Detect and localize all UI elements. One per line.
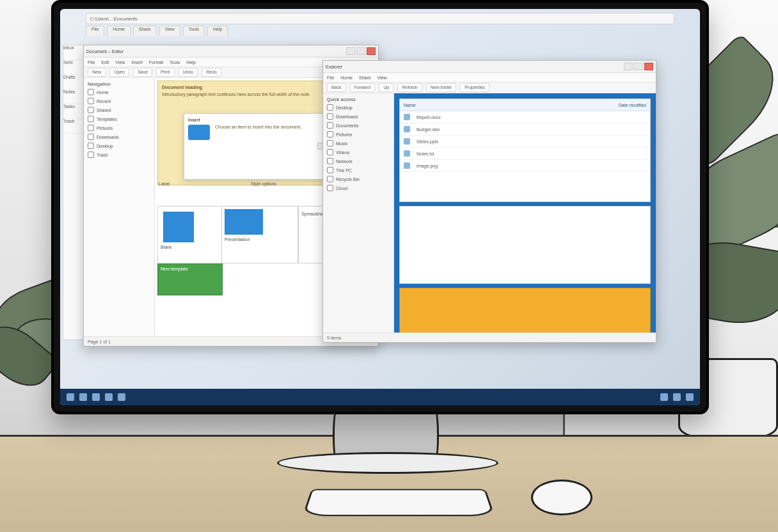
label: Style options (251, 182, 276, 186)
menu-item[interactable]: Share (359, 75, 371, 80)
explorer-icon[interactable] (92, 393, 100, 401)
tab[interactable]: Home (107, 26, 131, 36)
sidebar-item[interactable]: Recent (84, 97, 154, 106)
menu-item[interactable]: Format (149, 60, 163, 65)
column-header[interactable]: Name (404, 103, 416, 107)
menu-item[interactable]: Home (340, 75, 353, 80)
toolbar-button[interactable]: Undo (179, 68, 198, 77)
toolbar-button[interactable]: Save (133, 68, 152, 77)
file-row[interactable]: Notes.txt (400, 148, 650, 160)
sidebar-item[interactable]: Desktop (323, 103, 393, 112)
sidebar-item[interactable]: Pictures (323, 130, 393, 139)
folder-icon (327, 140, 333, 146)
sidebar-item[interactable]: Downloads (323, 112, 393, 121)
tab[interactable]: View (159, 26, 180, 36)
network-icon[interactable] (660, 393, 668, 401)
column-header[interactable]: Date modified (619, 103, 646, 107)
sidebar-heading: Navigation (84, 81, 154, 88)
file-name: Slides.pptx (417, 139, 438, 144)
sidebar-item[interactable]: Recycle Bin (323, 175, 393, 184)
file-row[interactable]: Budget.xlsx (400, 123, 650, 136)
menu-item[interactable]: View (115, 60, 125, 65)
search-icon[interactable] (79, 393, 87, 401)
menu-item[interactable]: File (327, 75, 334, 80)
menu-item[interactable]: Tools (170, 60, 180, 65)
toolbar-button[interactable]: Refresh (397, 83, 422, 92)
menu-item[interactable]: View (377, 75, 387, 80)
toolbar-button[interactable]: Redo (202, 68, 221, 77)
file-row[interactable]: Image.png (400, 160, 650, 172)
sidebar-item[interactable]: Desktop (84, 141, 154, 150)
toolbar-button[interactable]: Print (156, 68, 174, 77)
menu-item[interactable]: Edit (101, 60, 109, 65)
minimize-button[interactable] (346, 47, 355, 55)
toolbar-button[interactable]: Open (109, 68, 129, 77)
sidebar-item[interactable]: Documents (323, 121, 393, 130)
toolbar-button[interactable]: New (88, 68, 106, 77)
mail-icon[interactable] (105, 393, 113, 401)
dialog-primary-button[interactable] (188, 125, 210, 140)
sidebar-item[interactable]: Home (84, 88, 154, 97)
tab[interactable]: Help (207, 26, 228, 36)
sidebar-item-label: Downloads (97, 135, 119, 139)
sidebar-item[interactable]: Network (323, 157, 393, 166)
volume-icon[interactable] (673, 393, 681, 401)
template-tile[interactable]: Presentation (221, 206, 298, 263)
sidebar-item[interactable]: This PC (323, 166, 393, 175)
folder-icon (327, 158, 333, 164)
clock-icon[interactable] (686, 393, 694, 401)
thumbnail-icon (163, 212, 194, 242)
toolbar-button[interactable]: Forward (350, 83, 376, 92)
toolbar-button[interactable]: Up (379, 83, 393, 92)
tab[interactable]: Share (133, 26, 157, 36)
sidebar-item-label: Recent (97, 99, 111, 104)
file-row[interactable]: Slides.pptx (400, 136, 650, 148)
maximize-button[interactable] (356, 47, 365, 55)
sidebar-item[interactable]: Pictures (84, 123, 154, 132)
taskbar (60, 389, 700, 405)
sidebar-item-label: Recycle Bin (336, 177, 360, 182)
column-headers[interactable]: Name Date modified (400, 99, 650, 111)
folder-icon (327, 113, 333, 120)
browser-icon[interactable] (118, 393, 125, 401)
tab[interactable]: File (86, 26, 104, 36)
sidebar-item-label: Desktop (336, 106, 353, 110)
toolbar-button[interactable]: Properties (460, 83, 489, 92)
file-icon (404, 126, 410, 132)
start-icon[interactable] (67, 393, 74, 401)
file-icon (404, 114, 410, 120)
file-icon (404, 162, 410, 169)
titlebar[interactable]: Document – Editor (84, 45, 378, 58)
minimize-button[interactable] (624, 63, 633, 70)
menu-item[interactable]: Help (186, 60, 195, 65)
sidebar-item[interactable]: Music (323, 139, 393, 148)
maximize-button[interactable] (634, 63, 643, 70)
menubar: File Home Share View (323, 73, 656, 82)
address-bar[interactable]: C:\Users\…\Documents (86, 13, 674, 24)
sidebar-item[interactable]: Cloud (323, 184, 393, 192)
sidebar-item[interactable]: Trash (84, 150, 154, 159)
menu-item[interactable]: File (88, 60, 95, 65)
tile-caption: Presentation (225, 237, 295, 242)
monitor: C:\Users\…\Documents File Home Share Vie… (51, 0, 709, 414)
toolbar-button[interactable]: New folder (426, 83, 456, 92)
window-title: Explorer (326, 65, 621, 69)
sidebar-item[interactable]: Shared (84, 106, 154, 114)
close-button[interactable] (644, 63, 653, 70)
menu-item[interactable]: Insert (131, 60, 143, 65)
dialog-title: Insert (188, 118, 335, 122)
titlebar[interactable]: Explorer (323, 61, 656, 73)
tab[interactable]: Tools (183, 26, 205, 36)
sidebar-item[interactable]: Videos (323, 148, 393, 157)
toolbar-button[interactable]: Back (327, 83, 346, 92)
toolbar: Back Forward Up Refresh New folder Prope… (323, 82, 656, 93)
sidebar-item-label: Home (97, 90, 109, 95)
sidebar-item[interactable]: Templates (84, 114, 154, 123)
sidebar-item[interactable]: Downloads (84, 132, 154, 141)
folder-icon (327, 167, 333, 173)
close-button[interactable] (367, 47, 376, 55)
tile-caption: Blank (161, 245, 219, 249)
file-row[interactable]: Report.docx (400, 111, 650, 123)
sidebar-heading: Quick access (323, 96, 393, 103)
promo-banner[interactable]: New template (157, 263, 223, 295)
